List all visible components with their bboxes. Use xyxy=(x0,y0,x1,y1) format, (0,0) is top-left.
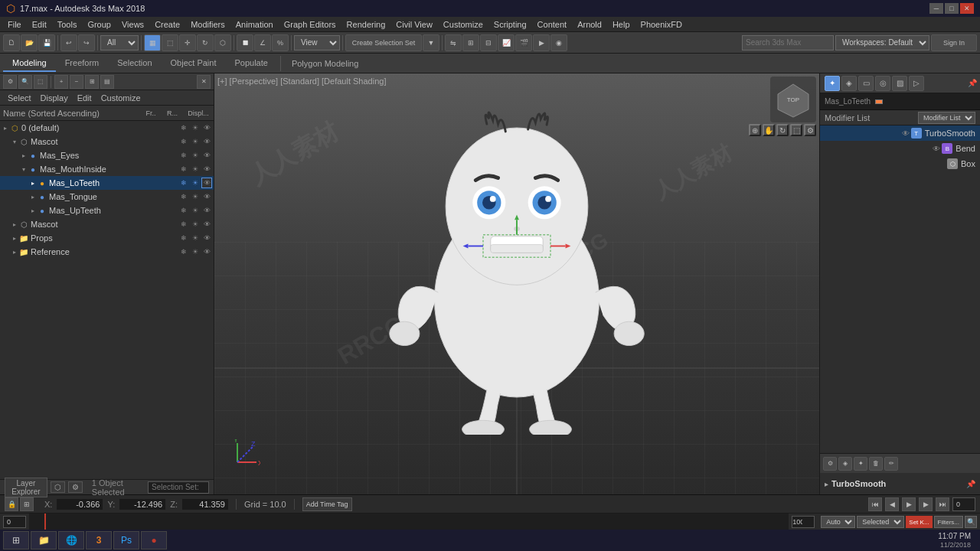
mod-configure-button[interactable]: ⚙ xyxy=(823,457,837,471)
select-button[interactable]: ▦ xyxy=(144,34,161,51)
explorer-filter-button[interactable]: ⊞ xyxy=(85,75,99,89)
viewport[interactable]: [+] [Perspective] [Standard] [Default Sh… xyxy=(214,73,819,494)
render-icon-layer0[interactable]: ☀ xyxy=(190,122,201,133)
menubar-item-rendering[interactable]: Rendering xyxy=(342,18,390,31)
render-icon-mas-upteeth[interactable]: ☀ xyxy=(190,205,201,216)
render-setup-button[interactable]: 🎬 xyxy=(515,34,532,51)
mod-create-button[interactable]: ✦ xyxy=(825,76,840,91)
tree-row-mas-eyes[interactable]: ▸ ● Mas_Eyes ❄ ☀ 👁 xyxy=(0,148,214,162)
freeze-icon-mascot[interactable]: ❄ xyxy=(178,136,189,147)
signin-button[interactable]: Sign In xyxy=(931,34,977,51)
freeze-icon-mas-upteeth[interactable]: ❄ xyxy=(178,205,189,216)
menubar-item-customize[interactable]: Customize xyxy=(439,18,488,31)
expand-icon-mascot[interactable]: ▾ xyxy=(11,138,18,145)
layer-settings-button[interactable]: ⚙ xyxy=(68,481,83,493)
mod-item-box[interactable]: ⬡ Box xyxy=(820,156,980,171)
menu-select[interactable]: Select xyxy=(3,92,36,104)
col-name[interactable]: Name (Sorted Ascending) xyxy=(3,109,137,118)
mod-eye-turbosmooth[interactable]: 👁 xyxy=(900,128,911,139)
layer-icon-button[interactable]: ⬡ xyxy=(51,481,65,493)
open-button[interactable]: 📂 xyxy=(21,34,38,51)
mod-modify-button[interactable]: ◈ xyxy=(841,76,857,91)
frame-input[interactable] xyxy=(952,497,975,511)
expand-icon-mas-loteeth[interactable]: ▸ xyxy=(29,179,37,187)
mod-edit-button[interactable]: ✏ xyxy=(884,457,898,471)
redo-button[interactable]: ↪ xyxy=(78,34,95,51)
align-button[interactable]: ⊞ xyxy=(462,34,479,51)
prev-frame-button[interactable]: ⏮ xyxy=(868,497,882,511)
freeze-icon-mas-mouthinside[interactable]: ❄ xyxy=(178,164,189,174)
file-explorer-button[interactable]: 📁 xyxy=(31,531,57,549)
mod-hierarchy-button[interactable]: ▭ xyxy=(858,76,874,91)
render-button[interactable]: ▶ xyxy=(533,34,550,51)
search-field[interactable] xyxy=(742,35,834,51)
set-key-button[interactable]: Set K... xyxy=(906,516,932,528)
menubar-item-graph-editors[interactable]: Graph Editors xyxy=(279,18,341,31)
display-icon-props[interactable]: 👁 xyxy=(201,233,212,243)
freeze-icon-props[interactable]: ❄ xyxy=(178,233,189,243)
mirror-button[interactable]: ⇋ xyxy=(445,34,462,51)
expand-icon-layer0[interactable]: ▸ xyxy=(2,124,9,132)
app5-button[interactable]: ● xyxy=(141,531,167,549)
undo-button[interactable]: ↩ xyxy=(60,34,77,51)
mod-item-turbosmooth[interactable]: 👁 T TurboSmooth xyxy=(820,126,980,141)
play-button[interactable]: ▶ xyxy=(902,497,916,511)
menu-customize[interactable]: Customize xyxy=(96,92,145,104)
zoom-time-button[interactable]: 🔍 xyxy=(965,516,977,528)
tree-row-mascot[interactable]: ▾ ⬡ Mascot ❄ ☀ 👁 xyxy=(0,135,214,148)
explorer-search-button[interactable]: 🔍 xyxy=(18,75,32,89)
explorer-layer-button[interactable]: ▤ xyxy=(100,75,114,89)
selection-set-input[interactable] xyxy=(148,481,209,494)
new-button[interactable]: 🗋 xyxy=(3,34,20,51)
explorer-settings-button[interactable]: ⚙ xyxy=(3,75,17,89)
object-color-picker[interactable] xyxy=(874,96,884,107)
turbosmooth-header[interactable]: ▸ TurboSmooth 📌 xyxy=(825,476,975,491)
display-icon-layer0[interactable]: 👁 xyxy=(201,122,212,133)
close-button[interactable]: ✕ xyxy=(960,3,974,14)
coord-button[interactable]: ⊞ xyxy=(20,497,34,511)
menubar-item-help[interactable]: Help xyxy=(608,18,635,31)
menubar-item-phoenixfd[interactable]: PhoenixFD xyxy=(636,18,687,31)
mod-display-button[interactable]: ▨ xyxy=(892,76,907,91)
ts-collapse-icon[interactable]: ▸ xyxy=(825,480,828,488)
workspace-dropdown[interactable]: Workspaces: Default xyxy=(835,35,929,51)
mod-pin-icon[interactable]: 📌 xyxy=(968,79,977,87)
maximize-button[interactable]: □ xyxy=(945,3,959,14)
select-scale-button[interactable]: ⬡ xyxy=(214,34,231,51)
freeze-icon-mascot2[interactable]: ❄ xyxy=(178,219,189,230)
explorer-close-button[interactable]: ✕ xyxy=(197,75,211,89)
menu-edit[interactable]: Edit xyxy=(73,92,96,104)
tree-row-layer0[interactable]: ▸ ⬡ 0 (default) ❄ ☀ 👁 xyxy=(0,121,214,135)
vp-maximize-button[interactable]: ⬚ xyxy=(790,124,802,136)
vp-orbit-button[interactable]: ↻ xyxy=(776,124,789,136)
render-icon-mas-eyes[interactable]: ☀ xyxy=(190,150,201,161)
nav-cube[interactable]: TOP xyxy=(770,77,816,122)
expand-icon-mas-upteeth[interactable]: ▸ xyxy=(29,207,37,214)
select-region-button[interactable]: ⬚ xyxy=(162,34,178,51)
menubar-item-group[interactable]: Group xyxy=(83,18,116,31)
create-selection-set-button[interactable]: Create Selection Set xyxy=(345,34,422,51)
render-icon-mas-mouthinside[interactable]: ☀ xyxy=(190,164,201,174)
viewport-dropdown[interactable]: View xyxy=(294,35,340,51)
layer-explorer-button[interactable]: Layer Explorer xyxy=(5,478,47,497)
expand-icon-reference[interactable]: ▸ xyxy=(11,248,18,256)
menubar-item-content[interactable]: Content xyxy=(533,18,572,31)
tab-freeform[interactable]: Freeform xyxy=(56,55,109,72)
expand-icon-mas-eyes[interactable]: ▸ xyxy=(20,152,28,159)
select-rotate-button[interactable]: ↻ xyxy=(197,34,214,51)
prev-key-button[interactable]: ◀ xyxy=(885,497,899,511)
col-rend[interactable]: R... xyxy=(165,109,180,117)
menubar-item-views[interactable]: Views xyxy=(117,18,149,31)
select-move-button[interactable]: ✛ xyxy=(179,34,196,51)
mod-motion-button[interactable]: ◎ xyxy=(875,76,890,91)
explorer-add-button[interactable]: + xyxy=(54,75,68,89)
menubar-item-scripting[interactable]: Scripting xyxy=(489,18,531,31)
display-icon-reference[interactable]: 👁 xyxy=(201,246,212,257)
tab-populate[interactable]: Populate xyxy=(225,55,276,72)
tree-row-mas-loteeth[interactable]: ▸ ● Mas_LoTeeth ❄ ☀ 👁 xyxy=(0,176,214,190)
snap-button[interactable]: 🔲 xyxy=(237,34,253,51)
menubar-item-tools[interactable]: Tools xyxy=(53,18,82,31)
expand-icon-mascot2[interactable]: ▸ xyxy=(11,220,18,228)
tree-row-props[interactable]: ▸ 📁 Props ❄ ☀ 👁 xyxy=(0,231,214,245)
max3ds-button[interactable]: 3 xyxy=(86,531,112,549)
